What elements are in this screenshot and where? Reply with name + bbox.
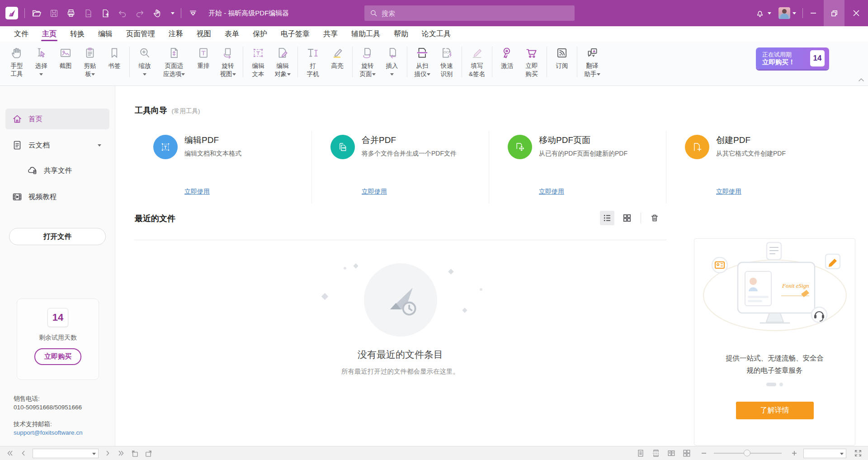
page-number-combo[interactable]	[33, 449, 99, 458]
menu-accessibility[interactable]: 辅助工具	[344, 26, 387, 42]
sidebar-item-video-tutorials[interactable]: 视频教程	[5, 186, 109, 207]
next-page-icon[interactable]	[103, 449, 112, 458]
toolbar-translate-assistant[interactable]: A 翻译助手	[580, 45, 604, 78]
undo-icon[interactable]	[117, 8, 128, 19]
collapse-ribbon-icon[interactable]	[188, 8, 198, 19]
toolbar-hand-tool[interactable]: 手型工具	[5, 45, 29, 78]
menu-home[interactable]: 主页	[35, 26, 63, 42]
zoom-level-combo[interactable]	[803, 449, 846, 458]
carousel-dot[interactable]	[779, 383, 783, 386]
menu-comment[interactable]: 注释	[162, 26, 190, 42]
card-merge-pdf[interactable]: 合并PDF 将多个文件合并生成一个PDF文件 立即使用	[312, 131, 489, 204]
single-page-view-icon[interactable]	[636, 449, 645, 458]
sidebar-item-cloud-docs[interactable]: 云文档	[5, 135, 109, 156]
close-button[interactable]	[844, 0, 868, 26]
touch-mode-icon[interactable]	[151, 8, 162, 19]
continuous-view-icon[interactable]	[651, 449, 660, 458]
account-caret-icon[interactable]	[793, 12, 796, 14]
toolbar-fill-sign[interactable]: 填写&签名	[465, 45, 489, 78]
open-file-icon[interactable]	[31, 8, 42, 19]
toolbar-activate[interactable]: 激活	[495, 45, 519, 70]
toolbar-select[interactable]: 选择	[29, 45, 53, 78]
page-number-input[interactable]	[33, 449, 98, 458]
toolbar-from-scanner[interactable]: 从扫描仪	[410, 45, 434, 78]
menu-form[interactable]: 表单	[218, 26, 246, 42]
search-input[interactable]	[382, 9, 569, 17]
toolbar-snapshot[interactable]: 截图	[53, 45, 78, 70]
toolbar-buy-now[interactable]: 立即购买	[519, 45, 544, 78]
toolbar-highlight[interactable]: 高亮	[325, 45, 349, 70]
menu-protect[interactable]: 保护	[246, 26, 274, 42]
search-box[interactable]	[364, 5, 575, 21]
toolbar-clipboard[interactable]: 剪贴板	[78, 45, 102, 78]
restore-window-button[interactable]	[824, 0, 844, 26]
card-edit-pdf[interactable]: 编辑PDF 编辑文档和文本格式 立即使用	[135, 131, 312, 204]
menu-view[interactable]: 视图	[190, 26, 218, 42]
next-view-icon[interactable]	[144, 449, 153, 458]
last-page-icon[interactable]	[117, 449, 126, 458]
use-now-link[interactable]: 立即使用	[716, 188, 741, 196]
learn-more-button[interactable]: 了解详情	[736, 402, 814, 419]
toolbar-edit-object[interactable]: 编辑对象	[270, 45, 295, 78]
buy-now-button[interactable]: 立即购买	[34, 348, 81, 365]
minimize-button[interactable]	[803, 0, 824, 26]
facing-view-icon[interactable]	[667, 449, 676, 458]
support-email-link[interactable]: support@foxitsoftware.cn	[14, 428, 83, 437]
grid-view-button[interactable]	[620, 211, 634, 225]
card-move-pdf-pages[interactable]: 移动PDF页面 从已有的PDF页面创建新的PDF 立即使用	[489, 131, 666, 204]
previous-page-icon[interactable]	[19, 449, 28, 458]
delete-page-icon[interactable]	[83, 8, 94, 19]
use-now-link[interactable]: 立即使用	[362, 188, 387, 196]
clear-recent-trash-button[interactable]	[647, 211, 662, 225]
previous-view-icon[interactable]	[130, 449, 139, 458]
notification-bell-icon[interactable]	[755, 8, 765, 19]
page-combo-caret-icon[interactable]	[92, 453, 96, 455]
toolbar-rotate-pages[interactable]: 旋转页面	[355, 45, 380, 78]
expand-caret-icon[interactable]	[98, 144, 101, 147]
collapse-toolbar-icon[interactable]	[858, 76, 864, 84]
toolbar-page-fit[interactable]: 页面适应选项	[157, 45, 191, 78]
menu-esign[interactable]: 电子签章	[274, 26, 316, 42]
user-avatar[interactable]	[778, 7, 790, 19]
toolbar-edit-text[interactable]: 编辑文本	[246, 45, 270, 78]
facing-continuous-view-icon[interactable]	[682, 449, 691, 458]
menu-help[interactable]: 帮助	[387, 26, 415, 42]
notification-caret-icon[interactable]	[768, 12, 771, 14]
redo-icon[interactable]	[134, 8, 145, 19]
menu-paper-tools[interactable]: 论文工具	[415, 26, 458, 42]
use-now-link[interactable]: 立即使用	[184, 188, 210, 196]
card-create-pdf[interactable]: 创建PDF 从其它格式文件创建PDF 立即使用	[666, 131, 843, 204]
toolbar-separator	[297, 47, 298, 77]
toolbar-zoom[interactable]: 缩放	[132, 45, 157, 78]
toolbar-insert-pages[interactable]: 插入	[380, 45, 404, 78]
toolbar-reflow[interactable]: 重排	[191, 45, 216, 70]
open-file-button[interactable]: 打开文件	[9, 228, 106, 245]
toolbar-bookmark[interactable]: 书签	[102, 45, 127, 70]
zoom-slider[interactable]	[714, 453, 782, 454]
new-document-icon[interactable]	[100, 8, 111, 19]
toolbar-subscribe[interactable]: 订阅	[550, 45, 574, 70]
zoom-out-icon[interactable]	[699, 449, 708, 458]
toolbar-typewriter[interactable]: 打字机	[301, 45, 325, 78]
trial-purchase-badge[interactable]: 正在试用期 立即购买！ 14	[756, 47, 829, 69]
menu-convert[interactable]: 转换	[63, 26, 91, 42]
save-icon[interactable]	[48, 8, 59, 19]
menu-file[interactable]: 文件	[7, 26, 35, 42]
first-page-icon[interactable]	[5, 449, 14, 458]
menu-edit[interactable]: 编辑	[91, 26, 119, 42]
menu-page-organize[interactable]: 页面管理	[119, 26, 162, 42]
fullscreen-icon[interactable]	[854, 449, 863, 458]
toolbar-quick-ocr[interactable]: OCR 快速识别	[434, 45, 459, 78]
carousel-dot-active[interactable]	[766, 383, 776, 386]
menu-share[interactable]: 共享	[316, 26, 344, 42]
list-view-button[interactable]	[600, 211, 614, 225]
zoom-combo-caret-icon[interactable]	[840, 453, 844, 455]
zoom-slider-thumb[interactable]	[744, 450, 750, 456]
touch-mode-caret-icon[interactable]	[171, 12, 175, 14]
sidebar-item-home[interactable]: 首页	[5, 109, 109, 129]
zoom-in-icon[interactable]	[790, 449, 799, 458]
use-now-link[interactable]: 立即使用	[539, 188, 564, 196]
toolbar-rotate-view[interactable]: 旋转视图	[216, 45, 240, 78]
print-icon[interactable]	[66, 8, 76, 19]
sidebar-item-shared-files[interactable]: 共享文件	[5, 160, 109, 181]
